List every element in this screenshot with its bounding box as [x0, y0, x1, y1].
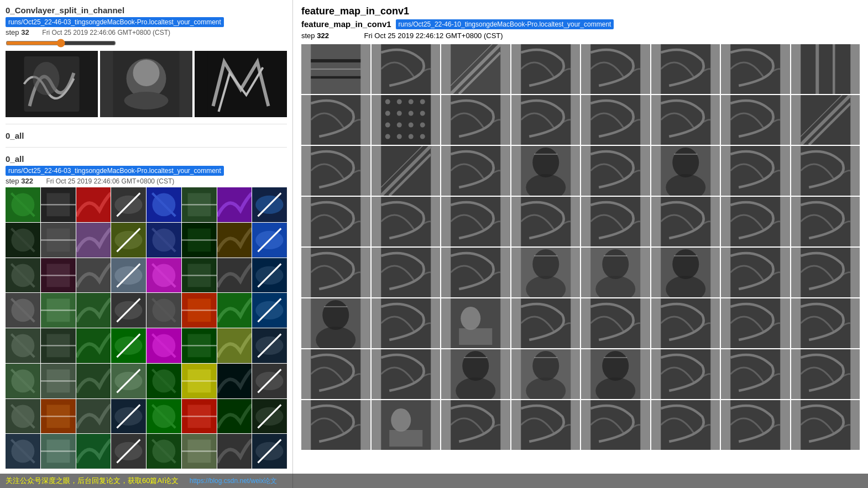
- svg-point-2: [33, 62, 60, 95]
- color-cell-17: [41, 258, 76, 293]
- section3-step-value: 322: [21, 177, 33, 185]
- grey-cell-52: [581, 349, 650, 399]
- color-cell-0: [6, 187, 40, 222]
- right-step-line: step 322 Fri Oct 25 2019 22:46:12 GMT+08…: [301, 32, 860, 40]
- color-cell-51: [111, 399, 146, 434]
- svg-point-189: [408, 111, 413, 116]
- color-cell-5: [182, 187, 217, 222]
- grey-cell-16: [301, 146, 370, 196]
- grey-cell-57: [372, 400, 441, 450]
- svg-point-209: [532, 148, 559, 177]
- grey-cell-23: [791, 146, 860, 196]
- color-cell-28: [147, 293, 181, 328]
- right-panel: feature_map_in_conv1 feature_map_in_conv…: [293, 0, 868, 488]
- color-cell-55: [252, 399, 287, 434]
- color-cell-35: [111, 328, 146, 363]
- color-cell-63: [252, 434, 287, 469]
- grey-cell-44: [581, 298, 650, 348]
- grey-cell-59: [511, 400, 581, 450]
- color-cell-21: [182, 258, 217, 293]
- color-cell-26: [76, 293, 111, 328]
- color-cell-29: [182, 293, 217, 328]
- svg-point-214: [672, 148, 699, 177]
- color-cell-57: [41, 434, 76, 469]
- right-title: feature_map_in_conv1: [301, 6, 860, 17]
- grey-cell-36: [581, 248, 650, 297]
- color-cell-43: [111, 364, 146, 398]
- grey-cell-29: [651, 197, 720, 246]
- grey-cell-38: [721, 248, 790, 297]
- grey-cell-4: [581, 44, 650, 94]
- svg-point-195: [385, 134, 390, 139]
- color-cell-8: [6, 223, 40, 258]
- grey-cell-22: [721, 146, 790, 196]
- section2-title-block: 0_all: [6, 131, 287, 140]
- grey-cell-9: [372, 95, 441, 145]
- svg-point-192: [396, 123, 401, 128]
- color-cell-30: [217, 293, 252, 328]
- grey-cell-51: [511, 349, 581, 399]
- color-cell-48: [6, 399, 40, 434]
- color-cell-15: [252, 223, 287, 258]
- color-cell-36: [147, 328, 181, 363]
- color-cell-20: [147, 258, 181, 293]
- grey-cell-37: [651, 248, 720, 297]
- color-cell-47: [252, 364, 287, 398]
- grey-cell-7: [791, 44, 860, 94]
- color-cell-41: [41, 364, 76, 398]
- color-cell-2: [76, 187, 111, 222]
- svg-point-183: [385, 99, 390, 104]
- grey-cell-53: [651, 349, 720, 399]
- svg-point-191: [385, 123, 390, 128]
- grey-cell-47: [791, 298, 860, 348]
- color-cell-27: [111, 293, 146, 328]
- color-cell-52: [147, 399, 181, 434]
- svg-point-245: [322, 300, 349, 330]
- grey-cell-42: [441, 298, 510, 348]
- color-cell-49: [41, 399, 76, 434]
- section3-block: 0_all runs/Oct25_22-46-03_tingsongdeMacB…: [6, 154, 287, 469]
- color-cell-24: [6, 293, 40, 328]
- grey-cell-54: [721, 349, 790, 399]
- grey-cell-34: [441, 248, 510, 297]
- grey-cell-45: [651, 298, 720, 348]
- section1-img3: [195, 51, 287, 117]
- grey-cell-40: [301, 298, 370, 348]
- grey-cell-8: [301, 95, 370, 145]
- grey-cell-55: [791, 349, 860, 399]
- color-cell-12: [147, 223, 181, 258]
- color-cell-58: [76, 434, 111, 469]
- svg-rect-178: [801, 44, 850, 94]
- grey-cell-18: [441, 146, 510, 196]
- color-cell-62: [217, 434, 252, 469]
- right-run-line: feature_map_in_conv1 runs/Oct25_22-46-10…: [301, 19, 860, 30]
- section3-step-line: step 322 Fri Oct 25 2019 22:46:06 GMT+08…: [6, 177, 287, 185]
- svg-point-239: [672, 249, 699, 279]
- grey-cell-31: [791, 197, 860, 246]
- grey-cell-50: [441, 349, 510, 399]
- svg-point-184: [396, 99, 401, 104]
- grey-cell-2: [441, 44, 510, 94]
- color-cell-39: [252, 328, 287, 363]
- grey-cell-26: [441, 197, 510, 246]
- grey-cell-5: [651, 44, 720, 94]
- color-cell-25: [41, 293, 76, 328]
- svg-point-260: [462, 351, 489, 381]
- watermark-bar: 关注公众号深度之眼，后台回复论文，获取60篇AI论文 https://blog.…: [0, 474, 868, 488]
- svg-point-231: [532, 249, 559, 279]
- svg-point-186: [420, 99, 425, 104]
- section3-title: 0_all: [6, 154, 287, 164]
- section3-run-badge: runs/Oct25_22-46-03_tingsongdeMacBook-Pr…: [6, 166, 224, 176]
- grey-cell-10: [441, 95, 510, 145]
- svg-point-235: [602, 249, 629, 279]
- grey-cell-33: [372, 248, 441, 297]
- svg-point-5: [133, 60, 160, 86]
- color-cell-44: [147, 364, 181, 398]
- color-cell-46: [217, 364, 252, 398]
- color-cell-32: [6, 328, 40, 363]
- right-date: Fri Oct 25 2019 22:46:12 GMT+0800 (CST): [364, 32, 503, 40]
- color-cell-33: [41, 328, 76, 363]
- grey-cell-56: [301, 400, 370, 450]
- section1-slider[interactable]: [6, 39, 116, 48]
- color-cell-42: [76, 364, 111, 398]
